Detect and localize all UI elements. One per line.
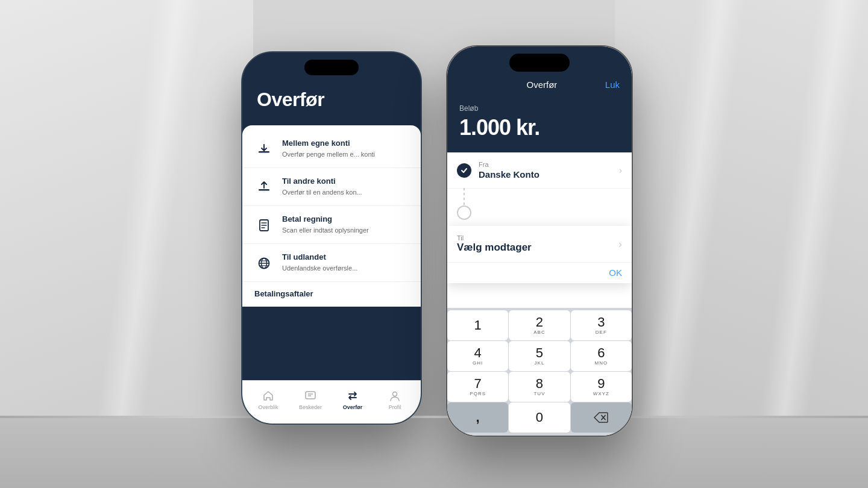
back-title: Overfør bbox=[257, 89, 406, 111]
menu-text-other: Til andre konti Overfør til en andens ko… bbox=[282, 177, 362, 196]
front-amount-section: Beløb 1.000 kr. bbox=[447, 99, 632, 152]
to-value: Vælg modtager bbox=[457, 242, 611, 254]
upload-icon bbox=[254, 178, 274, 197]
phones-container: Overfør Mellem egne konti Overfør penge … bbox=[229, 27, 639, 461]
amount-label: Beløb bbox=[459, 104, 620, 113]
svg-rect-1 bbox=[259, 189, 269, 191]
front-header-title: Overfør bbox=[479, 80, 605, 90]
numpad-row-3: 7 PQRS 8 TUV 9 WXYZ bbox=[447, 372, 632, 402]
phone-front: Overfør Luk Beløb 1.000 kr. bbox=[446, 45, 633, 437]
from-value: Danske Konto bbox=[479, 169, 612, 180]
check-icon bbox=[457, 163, 471, 178]
key-delete[interactable] bbox=[571, 402, 632, 433]
tab-overblik[interactable]: Overblik bbox=[247, 389, 289, 410]
menu-text-bill: Betal regning Scan eller indtast oplysni… bbox=[282, 214, 369, 234]
key-9[interactable]: 9 WXYZ bbox=[571, 372, 632, 402]
menu-item-abroad[interactable]: Til udlandet Udenlandske overførsle... bbox=[242, 244, 421, 282]
ok-bar: OK bbox=[447, 262, 632, 283]
svg-point-14 bbox=[393, 392, 397, 396]
menu-title-bill: Betal regning bbox=[282, 214, 369, 225]
menu-text-own-accounts: Mellem egne konti Overfør penge mellem e… bbox=[282, 139, 375, 158]
tab-profil[interactable]: Profil bbox=[374, 389, 416, 410]
menu-item-own-accounts[interactable]: Mellem egne konti Overfør penge mellem e… bbox=[242, 130, 421, 168]
invoice-icon bbox=[254, 216, 274, 235]
phone-back: Overfør Mellem egne konti Overfør penge … bbox=[241, 51, 422, 425]
menu-desc-abroad: Udenlandske overførsle... bbox=[282, 264, 357, 272]
profile-icon bbox=[388, 389, 401, 402]
key-6[interactable]: 6 MNO bbox=[571, 341, 632, 371]
key-0[interactable]: 0 bbox=[509, 402, 570, 433]
to-circle-row bbox=[447, 205, 632, 226]
key-8[interactable]: 8 TUV bbox=[509, 372, 570, 402]
connector-line bbox=[464, 188, 465, 205]
from-label: Fra bbox=[479, 161, 612, 168]
tab-label-profil: Profil bbox=[389, 404, 401, 410]
numpad: 1 2 ABC 3 DEF 4 GHI bbox=[447, 308, 632, 436]
tab-bar-back: Overblik Beskeder bbox=[242, 380, 421, 424]
menu-title-abroad: Til udlandet bbox=[282, 252, 357, 263]
svg-rect-0 bbox=[259, 151, 269, 153]
back-menu: Mellem egne konti Overfør penge mellem e… bbox=[242, 125, 421, 307]
key-4[interactable]: 4 GHI bbox=[447, 341, 508, 371]
back-screen: Overfør Mellem egne konti Overfør penge … bbox=[242, 52, 421, 424]
from-chevron-icon: › bbox=[619, 165, 622, 176]
recipient-row[interactable]: Til Vælg modtager › bbox=[447, 226, 632, 262]
amount-value: 1.000 kr. bbox=[459, 115, 620, 140]
delete-icon bbox=[594, 412, 608, 423]
to-label: Til bbox=[457, 234, 611, 242]
close-button[interactable]: Luk bbox=[605, 80, 620, 90]
from-row[interactable]: Fra Danske Konto › bbox=[447, 152, 632, 189]
tab-label-overblik: Overblik bbox=[258, 404, 278, 410]
from-content: Fra Danske Konto bbox=[479, 161, 612, 180]
numpad-row-1: 1 2 ABC 3 DEF bbox=[447, 310, 632, 340]
tab-overfør[interactable]: Overfør bbox=[332, 389, 374, 410]
key-5[interactable]: 5 JKL bbox=[509, 341, 570, 371]
download-icon bbox=[254, 140, 274, 159]
recipient-content: Til Vælg modtager bbox=[457, 234, 611, 254]
menu-title-own: Mellem egne konti bbox=[282, 139, 375, 149]
tab-label-beskeder: Beskeder bbox=[299, 404, 322, 410]
to-chevron-icon: › bbox=[618, 238, 622, 251]
key-3[interactable]: 3 DEF bbox=[571, 310, 632, 340]
globe-icon bbox=[254, 254, 274, 273]
recipient-popup: Til Vælg modtager › OK bbox=[447, 226, 632, 283]
front-screen: Overfør Luk Beløb 1.000 kr. bbox=[447, 46, 632, 436]
home-icon bbox=[262, 389, 275, 402]
key-comma[interactable]: , bbox=[447, 402, 508, 433]
menu-desc-other: Overfør til en andens kon... bbox=[282, 188, 362, 196]
numpad-row-4: , 0 bbox=[447, 402, 632, 433]
transfer-icon bbox=[346, 389, 359, 402]
empty-circle-icon bbox=[457, 205, 471, 220]
tab-label-overfør: Overfør bbox=[343, 404, 363, 410]
section-header-betalingsaftaler: Betalingsaftaler bbox=[242, 282, 421, 302]
key-2[interactable]: 2 ABC bbox=[509, 310, 570, 340]
transfer-form: Fra Danske Konto › Til bbox=[447, 152, 632, 308]
menu-title-other: Til andre konti bbox=[282, 177, 362, 187]
menu-desc-bill: Scan eller indtast oplysninger bbox=[282, 226, 369, 234]
menu-text-abroad: Til udlandet Udenlandske overførsle... bbox=[282, 252, 357, 272]
menu-item-other-accounts[interactable]: Til andre konti Overfør til en andens ko… bbox=[242, 168, 421, 206]
numpad-row-2: 4 GHI 5 JKL 6 MNO bbox=[447, 341, 632, 371]
menu-item-bill[interactable]: Betal regning Scan eller indtast oplysni… bbox=[242, 206, 421, 244]
chat-icon bbox=[304, 389, 317, 402]
dynamic-island-back bbox=[304, 60, 359, 75]
to-section: Til Vælg modtager › OK bbox=[447, 205, 632, 283]
ok-button[interactable]: OK bbox=[609, 267, 622, 278]
svg-rect-11 bbox=[306, 392, 315, 399]
dynamic-island-front bbox=[509, 54, 570, 72]
key-1[interactable]: 1 bbox=[447, 310, 508, 340]
key-7[interactable]: 7 PQRS bbox=[447, 372, 508, 402]
menu-desc-own: Overfør penge mellem e... konti bbox=[282, 150, 375, 158]
tab-beskeder[interactable]: Beskeder bbox=[289, 389, 332, 410]
